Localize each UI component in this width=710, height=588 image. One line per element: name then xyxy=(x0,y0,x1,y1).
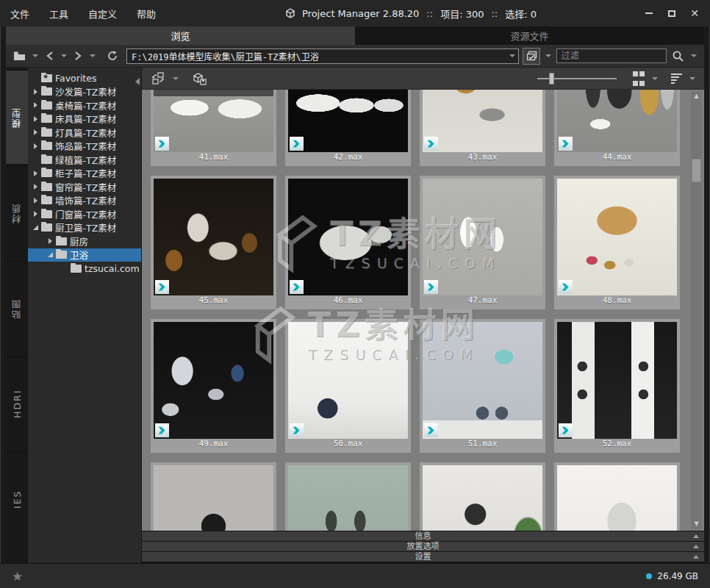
side-tab-HDRI[interactable]: HDRI xyxy=(6,356,28,451)
refresh-button[interactable] xyxy=(105,47,120,65)
menu-item[interactable]: 自定义 xyxy=(88,7,117,21)
tree-expanded-arrow-icon[interactable] xyxy=(31,225,40,230)
rollout-panel-header[interactable]: 信息 xyxy=(142,531,704,541)
tree-item[interactable]: 绿植篇-TZ素材 xyxy=(28,153,141,167)
tree-collapsed-arrow-icon[interactable] xyxy=(31,171,40,176)
vertical-scrollbar[interactable]: ▲ ▼ xyxy=(691,91,702,529)
asset-thumbnail[interactable] xyxy=(288,322,408,439)
tree-item[interactable]: 卫浴 xyxy=(28,248,141,262)
asset-thumbnail[interactable] xyxy=(557,322,677,439)
menu-item[interactable]: 工具 xyxy=(49,7,68,21)
asset-cell[interactable]: 43.max xyxy=(420,90,545,166)
asset-thumbnail[interactable] xyxy=(154,179,273,295)
tree-item[interactable]: Favorites xyxy=(28,71,141,85)
tree-collapsed-arrow-icon[interactable] xyxy=(31,143,40,149)
asset-cell[interactable]: 48.max xyxy=(554,176,680,309)
tree-item[interactable]: 柜子篇-TZ素材 xyxy=(28,167,141,181)
asset-cell[interactable]: 44.max xyxy=(554,90,680,166)
rollout-expand-caret-icon[interactable] xyxy=(693,534,699,538)
scroll-up-icon[interactable]: ▲ xyxy=(691,91,702,101)
search-button[interactable] xyxy=(670,47,686,65)
forward-button[interactable] xyxy=(72,47,85,65)
asset-thumbnail[interactable] xyxy=(154,90,273,152)
tree-item[interactable]: tzsucai.com xyxy=(28,262,141,276)
sort-icon[interactable] xyxy=(670,70,684,87)
folder-button[interactable] xyxy=(12,47,27,65)
tab-browse[interactable]: 浏览 xyxy=(6,26,355,45)
tree-collapsed-arrow-icon[interactable] xyxy=(46,238,54,244)
side-tab-材质[interactable]: 材质 xyxy=(6,165,28,259)
tree-collapsed-arrow-icon[interactable] xyxy=(31,102,40,108)
tree-item[interactable]: 灯具篇-TZ素材 xyxy=(28,126,141,140)
asset-thumbnail[interactable] xyxy=(423,90,542,152)
forward-history-caret[interactable] xyxy=(90,54,96,57)
tree-item[interactable]: 厨卫篇-TZ素材 xyxy=(28,221,141,235)
side-tab-IES[interactable]: IES xyxy=(6,452,28,546)
asset-cell[interactable]: 46.max xyxy=(285,176,411,309)
view-mode-caret[interactable] xyxy=(652,77,658,80)
maximize-button[interactable] xyxy=(667,8,677,18)
tree-collapsed-arrow-icon[interactable] xyxy=(31,184,40,190)
update-assets-button[interactable] xyxy=(149,70,167,87)
asset-thumbnail[interactable] xyxy=(288,179,408,295)
search-options-caret[interactable] xyxy=(691,54,697,57)
preview-mode-button[interactable] xyxy=(523,48,541,65)
asset-thumbnail[interactable] xyxy=(423,179,542,295)
asset-cell[interactable]: 42.max xyxy=(285,90,411,166)
tree-item[interactable]: 饰品篇-TZ素材 xyxy=(28,140,141,154)
scrollbar-thumb[interactable] xyxy=(692,159,701,182)
minimize-button[interactable] xyxy=(644,8,654,18)
tree-collapsed-arrow-icon[interactable] xyxy=(31,89,40,95)
asset-thumbnail[interactable] xyxy=(557,179,677,295)
path-combobox[interactable] xyxy=(126,49,519,64)
asset-cell[interactable]: 52.max xyxy=(554,319,680,453)
tree-collapsed-arrow-icon[interactable] xyxy=(31,211,40,217)
asset-cell[interactable]: 49.max xyxy=(151,319,276,453)
asset-cell[interactable]: 50.max xyxy=(285,319,411,453)
rollout-expand-caret-icon[interactable] xyxy=(693,545,699,548)
thumbnail-size-slider[interactable] xyxy=(537,73,617,85)
tree-collapsed-arrow-icon[interactable] xyxy=(31,116,40,122)
export-model-button[interactable] xyxy=(190,70,208,87)
asset-thumbnail[interactable] xyxy=(423,322,542,439)
side-tab-贴图[interactable]: 贴图 xyxy=(6,261,28,355)
asset-cell[interactable] xyxy=(285,462,411,531)
update-assets-caret[interactable] xyxy=(173,77,179,80)
filter-input[interactable] xyxy=(561,51,662,61)
asset-thumbnail[interactable] xyxy=(154,465,273,531)
back-button[interactable] xyxy=(43,47,56,65)
tab-resource-files[interactable]: 资源文件 xyxy=(355,26,704,45)
asset-thumbnail[interactable] xyxy=(423,465,542,531)
asset-thumbnail[interactable] xyxy=(288,90,408,152)
filter-field[interactable] xyxy=(556,49,667,63)
tree-item[interactable]: 厨房 xyxy=(28,234,141,248)
scroll-down-icon[interactable]: ▼ xyxy=(691,519,702,529)
rollout-panel-header[interactable]: 设置 xyxy=(142,552,704,562)
menu-item[interactable]: 帮助 xyxy=(137,7,156,21)
tree-collapsed-arrow-icon[interactable] xyxy=(31,129,40,135)
asset-cell[interactable]: 47.max xyxy=(420,176,545,309)
path-input[interactable] xyxy=(132,51,508,61)
grid-view-icon[interactable] xyxy=(631,70,646,87)
back-history-caret[interactable] xyxy=(61,54,67,57)
asset-thumbnail[interactable] xyxy=(557,90,677,152)
tree-item[interactable]: 沙发篇-TZ素材 xyxy=(28,85,141,99)
asset-cell[interactable] xyxy=(554,462,680,531)
sort-options-caret[interactable] xyxy=(689,77,695,80)
tree-item[interactable]: 墙饰篇-TZ素材 xyxy=(28,194,141,208)
asset-thumbnail[interactable] xyxy=(557,465,677,531)
asset-thumbnail[interactable] xyxy=(154,322,273,439)
asset-thumbnail[interactable] xyxy=(288,465,408,531)
slider-thumb[interactable] xyxy=(549,73,554,85)
preview-mode-caret[interactable] xyxy=(545,54,551,57)
rollout-expand-caret-icon[interactable] xyxy=(693,555,699,559)
rollout-panel-header[interactable]: 放置选项 xyxy=(142,542,704,551)
tree-item[interactable]: 床具篇-TZ素材 xyxy=(28,112,141,126)
tree-collapsed-arrow-icon[interactable] xyxy=(31,198,40,204)
path-dropdown-caret[interactable] xyxy=(509,54,515,57)
folder-dropdown-caret[interactable] xyxy=(32,54,38,57)
tree-item[interactable]: 门窗篇-TZ素材 xyxy=(28,207,141,221)
asset-cell[interactable] xyxy=(151,462,276,531)
asset-cell[interactable]: 41.max xyxy=(151,90,276,166)
menu-item[interactable]: 文件 xyxy=(10,7,29,21)
